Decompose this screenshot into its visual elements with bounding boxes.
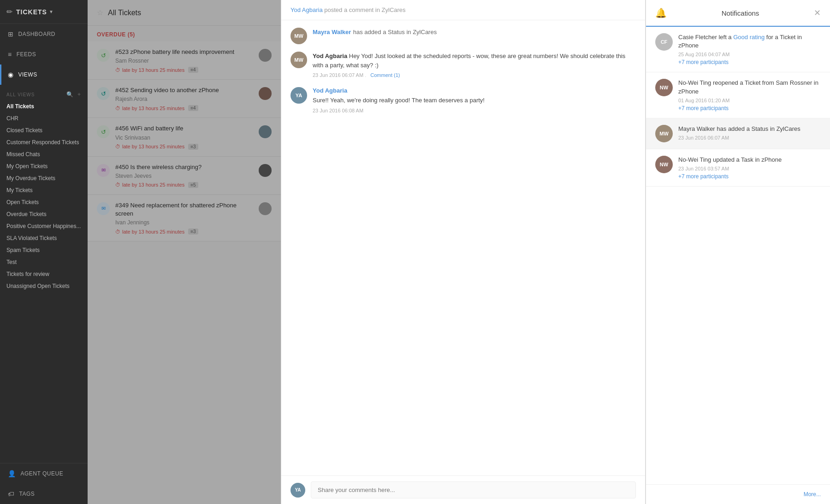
view-item-chr[interactable]: CHR bbox=[0, 112, 88, 124]
notification-content: No-Wei Ting updated a Task in zPhone 23 … bbox=[678, 156, 821, 180]
notification-time: 23 Jun 2016 06:07 AM bbox=[678, 135, 821, 141]
view-item-open-tickets[interactable]: Open Tickets bbox=[0, 196, 88, 208]
view-item-missed-chats[interactable]: Missed Chats bbox=[0, 148, 88, 160]
late-icon: ⏱ bbox=[115, 229, 120, 234]
notification-content: Mayra Walker has added a Status in ZylCa… bbox=[678, 125, 821, 142]
ticket-list-header: ☆ All Tickets bbox=[88, 0, 281, 26]
message-content: Yod Agbaria Hey Yod! Just looked at the … bbox=[313, 52, 636, 78]
table-row[interactable]: ✉ #349 Need replacement for shattered zP… bbox=[88, 195, 281, 241]
sidebar-item-views[interactable]: ◉ VIEWS bbox=[0, 64, 88, 85]
view-item-unassigned[interactable]: Unassigned Open Tickets bbox=[0, 280, 88, 292]
chat-header: Yod Agbaria posted a comment in ZylCares bbox=[281, 0, 645, 20]
message-footer: 23 Jun 2016 06:07 AM . Comment (1) bbox=[313, 72, 636, 78]
view-item-customer-responded[interactable]: Customer Responded Tickets bbox=[0, 136, 88, 148]
list-item[interactable]: CF Casie Fletcher left a Good rating for… bbox=[646, 27, 830, 72]
list-item[interactable]: MW Mayra Walker has added a Status in Zy… bbox=[646, 118, 830, 149]
view-item-tickets-for-review[interactable]: Tickets for review bbox=[0, 268, 88, 280]
ticket-meta: ⏱ late by 13 hours 25 minutes ≡3 bbox=[115, 144, 255, 150]
chat-panel: Yod Agbaria posted a comment in ZylCares… bbox=[281, 0, 646, 504]
sidebar-item-dashboard[interactable]: ⊞ DASHBOARD bbox=[0, 24, 88, 44]
ticket-title: #456 WiFi and battery life bbox=[115, 124, 255, 133]
reply-count: ≡3 bbox=[188, 229, 198, 234]
sidebar-item-agent-queue[interactable]: 👤 AGENT QUEUE bbox=[0, 463, 88, 484]
tags-icon: 🏷 bbox=[8, 490, 15, 498]
search-views-icon[interactable]: 🔍 bbox=[66, 91, 74, 98]
ticket-type-icon: ↺ bbox=[97, 87, 110, 100]
chat-input[interactable] bbox=[311, 481, 636, 498]
more-participants-link[interactable]: +7 more participants bbox=[678, 173, 821, 180]
view-item-closed-tickets[interactable]: Closed Tickets bbox=[0, 124, 88, 136]
reply-count: ≡3 bbox=[188, 144, 198, 150]
sidebar-header[interactable]: ✏ TICKETS ▼ bbox=[0, 0, 88, 24]
sidebar-item-tags[interactable]: 🏷 TAGS bbox=[0, 484, 88, 504]
dashboard-icon: ⊞ bbox=[8, 30, 14, 38]
avatar bbox=[259, 202, 272, 215]
notifications-list: CF Casie Fletcher left a Good rating for… bbox=[646, 27, 830, 484]
chat-message: YA Yod Agbaria Sure!! Yeah, we're doing … bbox=[290, 87, 636, 113]
view-item-my-open-tickets[interactable]: My Open Tickets bbox=[0, 160, 88, 172]
late-text: late by 13 hours 25 minutes bbox=[122, 67, 184, 73]
all-views-section: ALL VIEWS 🔍 + bbox=[0, 85, 88, 100]
notifications-panel: 🔔 Notifications ✕ CF Casie Fletcher left… bbox=[646, 0, 830, 504]
view-item-all-tickets[interactable]: All Tickets bbox=[0, 100, 88, 112]
add-view-icon[interactable]: + bbox=[77, 91, 81, 98]
list-item[interactable]: NW No-Wei Ting updated a Task in zPhone … bbox=[646, 149, 830, 187]
view-item-test[interactable]: Test bbox=[0, 256, 88, 268]
view-item-my-overdue-tickets[interactable]: My Overdue Tickets bbox=[0, 172, 88, 184]
view-item-overdue-tickets[interactable]: Overdue Tickets bbox=[0, 208, 88, 220]
ticket-type-icon: ✉ bbox=[97, 164, 110, 177]
notifications-title: Notifications bbox=[667, 9, 814, 17]
notification-text: No-Wei Ting reopened a Ticket from Sam R… bbox=[678, 79, 821, 95]
chat-messages: MW Mayra Walker has added a Status in Zy… bbox=[281, 20, 645, 475]
avatar bbox=[259, 125, 272, 138]
comment-link[interactable]: Comment (1) bbox=[370, 72, 400, 78]
notification-text: No-Wei Ting updated a Task in zPhone bbox=[678, 156, 821, 164]
avatar bbox=[259, 164, 272, 177]
app-title: TICKETS bbox=[16, 8, 47, 16]
ticket-assignee: Steven Jeeves bbox=[115, 173, 255, 179]
table-row[interactable]: ↺ #523 zPhone battery life needs improve… bbox=[88, 41, 281, 80]
avatar: MW bbox=[290, 52, 307, 68]
notification-time: 23 Jun 2016 03:57 AM bbox=[678, 166, 821, 171]
views-icon: ◉ bbox=[8, 71, 14, 78]
notification-time: 25 Aug 2016 04:07 AM bbox=[678, 52, 821, 57]
ticket-info: #450 Is there wireless charging? Steven … bbox=[115, 163, 255, 188]
ticket-assignee: Rajesh Arora bbox=[115, 96, 255, 102]
feeds-label: FEEDS bbox=[17, 51, 36, 58]
view-item-spam-tickets[interactable]: Spam Tickets bbox=[0, 244, 88, 256]
reply-count: ≡4 bbox=[188, 105, 198, 111]
avatar: MW bbox=[655, 125, 673, 142]
ticket-info: #452 Sending video to another zPhone Raj… bbox=[115, 86, 255, 111]
table-row[interactable]: ↺ #456 WiFi and battery life Vic Sriniva… bbox=[88, 118, 281, 156]
ticket-type-icon: ✉ bbox=[97, 202, 110, 215]
table-row[interactable]: ✉ #450 Is there wireless charging? Steve… bbox=[88, 157, 281, 195]
star-icon[interactable]: ☆ bbox=[97, 8, 103, 17]
message-author: Mayra Walker bbox=[313, 29, 351, 35]
ticket-info: #349 Need replacement for shattered zPho… bbox=[115, 201, 255, 234]
ticket-info: #456 WiFi and battery life Vic Srinivasa… bbox=[115, 124, 255, 149]
avatar: YA bbox=[290, 87, 307, 104]
view-item-my-tickets[interactable]: My Tickets bbox=[0, 184, 88, 196]
sidebar-bottom-nav: 👤 AGENT QUEUE 🏷 TAGS bbox=[0, 463, 88, 504]
chat-header-text: posted a comment in ZylCares bbox=[324, 6, 405, 13]
ticket-assignee: Vic Srinivasan bbox=[115, 135, 255, 141]
late-text: late by 13 hours 25 minutes bbox=[122, 105, 184, 111]
ticket-meta: ⏱ late by 13 hours 25 minutes ≡4 bbox=[115, 105, 255, 111]
sidebar-item-feeds[interactable]: ≡ FEEDS bbox=[0, 44, 88, 64]
avatar: CF bbox=[655, 33, 673, 51]
view-actions: 🔍 + bbox=[66, 91, 81, 98]
view-item-sla-violated[interactable]: SLA Violated Tickets bbox=[0, 232, 88, 244]
chat-message: MW Mayra Walker has added a Status in Zy… bbox=[290, 28, 636, 44]
close-icon[interactable]: ✕ bbox=[814, 8, 821, 18]
more-participants-link[interactable]: +7 more participants bbox=[678, 59, 821, 65]
more-participants-link[interactable]: +7 more participants bbox=[678, 105, 821, 111]
ticket-title: #450 Is there wireless charging? bbox=[115, 163, 255, 171]
more-notifications-link[interactable]: More... bbox=[646, 484, 830, 504]
list-item[interactable]: NW No-Wei Ting reopened a Ticket from Sa… bbox=[646, 72, 830, 118]
reply-count: ≡5 bbox=[188, 182, 198, 188]
table-row[interactable]: ↺ #452 Sending video to another zPhone R… bbox=[88, 80, 281, 118]
view-item-positive-customer[interactable]: Positive Customer Happines... bbox=[0, 220, 88, 232]
dashboard-label: DASHBOARD bbox=[18, 31, 56, 37]
ticket-info: #523 zPhone battery life needs improveme… bbox=[115, 48, 255, 73]
message-author: Yod Agbaria bbox=[313, 87, 636, 94]
